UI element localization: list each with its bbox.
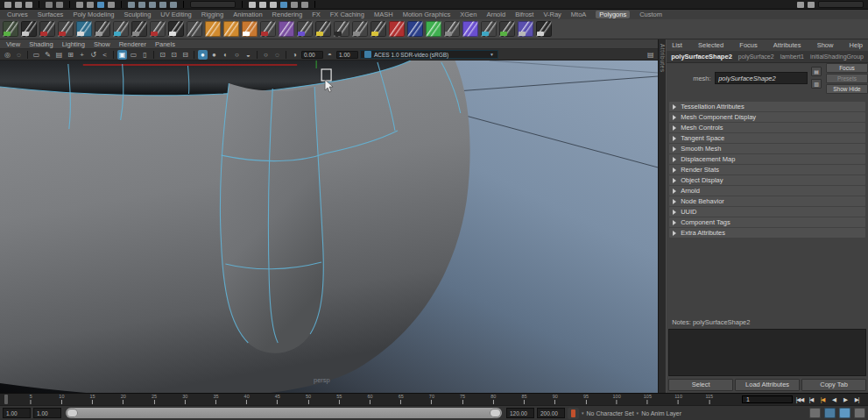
- shelf-tab-sculpting[interactable]: Sculpting: [123, 11, 151, 18]
- shelf-tab-rigging[interactable]: Rigging: [201, 11, 223, 18]
- ae-section-mesh-controls[interactable]: Mesh Controls: [669, 123, 865, 132]
- expand-arrow-icon[interactable]: [673, 146, 676, 152]
- shelf-tool-icon[interactable]: [462, 21, 478, 37]
- shelf-tab-polygons[interactable]: Polygons: [596, 11, 630, 18]
- ae-tab-polysurface2[interactable]: polySurface2: [738, 53, 774, 60]
- viewport-toolbar-icon[interactable]: +: [77, 50, 87, 60]
- ae-menu-show[interactable]: Show: [817, 41, 834, 49]
- shelf-tool-icon[interactable]: [389, 21, 405, 37]
- viewport-toolbar-icon[interactable]: <: [100, 50, 109, 60]
- shelf-tool-icon[interactable]: [279, 21, 294, 37]
- viewport-toolbar-icon[interactable]: ⊡: [158, 50, 167, 60]
- ae-menu-list[interactable]: List: [672, 41, 682, 49]
- expand-arrow-icon[interactable]: [673, 199, 676, 204]
- shelf-tool-icon[interactable]: [481, 21, 497, 37]
- time-slider[interactable]: 5101520253035404550556065707580859095100…: [0, 394, 740, 405]
- expand-arrow-icon[interactable]: [673, 210, 676, 215]
- status-dropdown-field[interactable]: [818, 1, 864, 8]
- viewport-toolbar-icon[interactable]: ↺: [88, 50, 98, 60]
- character-set-dropdown[interactable]: No Character Set: [582, 410, 634, 416]
- range-start-handle[interactable]: [67, 409, 78, 417]
- shelf-tool-icon[interactable]: [444, 21, 460, 37]
- playback-button[interactable]: ▶: [840, 395, 850, 404]
- copy-tab-button[interactable]: Copy Tab: [801, 379, 866, 391]
- ae-section-displacement-map[interactable]: Displacement Map: [669, 154, 865, 164]
- playback-button[interactable]: |◀◀: [794, 395, 805, 404]
- status-icon[interactable]: [149, 2, 156, 8]
- status-dropdown-field[interactable]: [190, 1, 236, 8]
- playback-button[interactable]: |◀: [817, 395, 828, 404]
- status-icon[interactable]: [270, 2, 277, 8]
- anim-layer-dropdown[interactable]: No Anim Layer: [637, 410, 681, 416]
- focus-button[interactable]: Focus: [826, 63, 868, 73]
- shelf-tool-icon[interactable]: [187, 21, 202, 37]
- shelf-tool-icon[interactable]: [39, 21, 55, 37]
- range-end-handle[interactable]: [490, 409, 501, 417]
- shelf-tool-icon[interactable]: [426, 21, 441, 37]
- shelf-tab-motion-graphics[interactable]: Motion Graphics: [403, 11, 451, 18]
- shelf-tool-icon[interactable]: [113, 21, 129, 37]
- expand-arrow-icon[interactable]: [673, 136, 676, 141]
- name-row-icon-button[interactable]: ▤: [811, 67, 822, 76]
- playback-end-field[interactable]: [506, 408, 534, 418]
- expand-arrow-icon[interactable]: [673, 231, 676, 236]
- shelf-tool-icon[interactable]: [260, 21, 276, 37]
- viewport-toolbar-icon[interactable]: ▤: [54, 50, 64, 60]
- set-key-icon[interactable]: [568, 408, 579, 419]
- ae-menu-attributes[interactable]: Attributes: [773, 41, 801, 49]
- shelf-tab-animation[interactable]: Animation: [233, 11, 262, 18]
- shelf-tab-v-ray[interactable]: V-Ray: [543, 11, 561, 18]
- ae-section-uuid[interactable]: UUID: [669, 207, 865, 217]
- status-icon[interactable]: [97, 2, 104, 8]
- ae-section-component-tags[interactable]: Component Tags: [669, 217, 865, 227]
- notes-area[interactable]: [668, 329, 866, 376]
- ae-section-tangent-space[interactable]: Tangent Space: [669, 133, 865, 143]
- shelf-tool-icon[interactable]: [58, 21, 74, 37]
- viewport-menu-panels[interactable]: Panels: [155, 40, 175, 48]
- shelf-tool-icon[interactable]: [370, 21, 386, 37]
- status-icon[interactable]: [76, 2, 83, 8]
- viewport-toolbar-value-field[interactable]: 1.00: [336, 51, 358, 59]
- shelf-tool-icon[interactable]: [168, 21, 184, 37]
- panel-splitter[interactable]: Attributes: [658, 39, 667, 393]
- viewport-toolbar-icon[interactable]: ◎: [3, 50, 12, 60]
- shelf-tool-icon[interactable]: [407, 21, 423, 37]
- shelf-tool-icon[interactable]: [223, 21, 239, 37]
- animation-start-field[interactable]: [3, 408, 31, 418]
- ae-section-tessellation-attributes[interactable]: Tessellation Attributes: [669, 102, 865, 111]
- ae-section-node-behavior[interactable]: Node Behavior: [669, 196, 865, 206]
- playback-button[interactable]: ◀: [829, 395, 839, 404]
- view-transform-dropdown[interactable]: ACES 1.0 SDR-video (sRGB)▼: [360, 50, 498, 59]
- ae-menu-focus[interactable]: Focus: [739, 41, 757, 49]
- expand-arrow-icon[interactable]: [673, 189, 676, 194]
- anim-pref-icon[interactable]: [839, 408, 850, 418]
- viewport-menu-lighting[interactable]: Lighting: [62, 40, 85, 48]
- viewport-toolbar-icon[interactable]: ◌: [14, 50, 24, 60]
- shelf-tool-icon[interactable]: [536, 21, 552, 37]
- viewport-toolbar-icon[interactable]: ○: [232, 50, 242, 60]
- viewport-menu-view[interactable]: View: [6, 40, 20, 48]
- shelf-tool-icon[interactable]: [518, 21, 533, 37]
- anim-pref-icon[interactable]: [809, 408, 821, 418]
- viewport-toolbar-icon[interactable]: ▣: [117, 50, 127, 60]
- status-icon[interactable]: [4, 2, 11, 8]
- viewport-toolbar-icon[interactable]: ◓: [325, 50, 335, 60]
- playback-button[interactable]: |◀: [806, 395, 816, 404]
- ae-section-mesh-component-display[interactable]: Mesh Component Display: [669, 112, 865, 122]
- ae-menu-selected[interactable]: Selected: [698, 41, 723, 49]
- status-icon[interactable]: [128, 2, 135, 8]
- status-icon[interactable]: [138, 2, 145, 8]
- expand-arrow-icon[interactable]: [673, 167, 676, 173]
- status-icon[interactable]: [797, 2, 804, 8]
- ae-tab-polysurfaceshape2[interactable]: polySurfaceShape2: [671, 53, 732, 61]
- viewport-toolbar-icon[interactable]: ●: [198, 50, 208, 60]
- shelf-tab-uv-editing[interactable]: UV Editing: [160, 11, 191, 18]
- status-icon[interactable]: [56, 2, 63, 8]
- viewport-menu-show[interactable]: Show: [94, 40, 110, 48]
- shelf-tab-mtoa[interactable]: MtoA: [571, 11, 587, 18]
- shelf-tab-rendering[interactable]: Rendering: [272, 11, 303, 18]
- shelf-tool-icon[interactable]: [205, 21, 221, 37]
- viewport-toolbar-icon[interactable]: ⊞: [66, 50, 75, 60]
- status-icon[interactable]: [280, 2, 287, 8]
- expand-arrow-icon[interactable]: [673, 220, 676, 225]
